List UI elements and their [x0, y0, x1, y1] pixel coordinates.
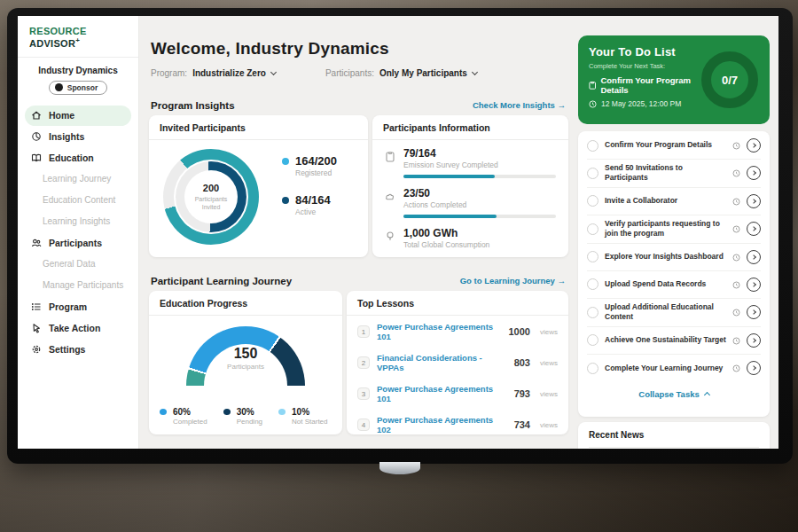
education-icon	[31, 153, 42, 163]
lesson-row: 3 Power Purchase Agreements 101 793views	[347, 378, 568, 409]
lesson-row: 2 Financial Considerations - VPPAs 803vi…	[347, 347, 568, 378]
task-checkbox[interactable]	[587, 168, 598, 179]
task-open-button[interactable]	[747, 166, 761, 180]
task-open-button[interactable]	[747, 361, 761, 375]
sidebar-item-participants[interactable]: Participants	[18, 232, 138, 254]
sidebar-item-manage-participants[interactable]: Manage Participants	[18, 275, 138, 296]
task-open-button[interactable]	[747, 222, 761, 236]
sidebar-item-settings[interactable]: Settings	[18, 339, 138, 360]
sidebar-item-label: Learning Insights	[43, 216, 110, 226]
task-checkbox[interactable]	[587, 278, 598, 290]
sidebar-item-home[interactable]: Home	[25, 106, 131, 126]
invited-participants-title: Invited Participants	[149, 115, 368, 140]
sidebar-item-education[interactable]: Education	[18, 147, 138, 168]
dashboard-screen: RESOURCE ADVISOR+ Industry Dynamics Spon…	[18, 16, 778, 449]
education-progress-card: Education Progress 150 Participants 60% …	[149, 291, 342, 434]
task-open-button[interactable]	[747, 250, 761, 264]
home-icon	[31, 110, 42, 121]
lesson-rank: 2	[357, 356, 370, 369]
sidebar-item-learning-journey[interactable]: Learning Journey	[18, 168, 138, 190]
donut-center-value: 200	[203, 183, 219, 193]
sidebar-item-label: General Data	[43, 259, 95, 269]
clock-icon	[732, 332, 740, 348]
participants-icon	[31, 238, 42, 248]
chevron-up-icon	[704, 392, 710, 398]
collapse-tasks-link[interactable]: Collapse Tasks	[587, 382, 761, 403]
task-open-button[interactable]	[747, 138, 761, 153]
legend-dot	[282, 197, 289, 204]
emission-survey-progressbar	[403, 175, 556, 178]
clock-icon	[732, 304, 740, 320]
sidebar-item-program[interactable]: Program	[18, 296, 138, 317]
lesson-rank: 3	[357, 387, 370, 400]
task-open-button[interactable]	[747, 333, 761, 348]
task-checkbox[interactable]	[587, 334, 598, 346]
actions-completed-progressbar	[403, 215, 556, 218]
chevron-down-icon	[472, 69, 478, 75]
task-open-button[interactable]	[747, 278, 761, 292]
logo-text-advisor: ADVISOR	[29, 38, 75, 49]
logo-text-resource: RESOURCE	[29, 26, 87, 36]
task-row-complete-journey: Complete Your Learning Journey	[587, 355, 761, 382]
invited-participants-card: Invited Participants 200 Participants In…	[149, 115, 368, 257]
sidebar-item-label: Manage Participants	[43, 280, 123, 290]
task-checkbox[interactable]	[587, 195, 598, 207]
participants-label: Participants:	[325, 68, 374, 78]
lesson-row: 4 Power Purchase Agreements 102 734views	[347, 409, 568, 434]
lesson-link[interactable]: Financial Considerations - VPPAs	[377, 353, 507, 372]
lesson-link[interactable]: Power Purchase Agreements 101	[377, 384, 507, 403]
task-checkbox[interactable]	[587, 363, 598, 374]
task-row-confirm-program: Confirm Your Program Details	[587, 132, 761, 160]
sponsor-badge[interactable]: Sponsor	[49, 81, 107, 95]
sidebar-item-general-data[interactable]: General Data	[18, 254, 138, 275]
clock-icon	[732, 137, 740, 153]
education-progress-title: Education Progress	[149, 291, 342, 316]
sidebar-menu: Home Insights Education Learning Journey…	[18, 106, 138, 360]
sidebar-item-education-content[interactable]: Education Content	[18, 190, 138, 211]
program-label: Program:	[151, 68, 187, 78]
sidebar-item-label: Home	[49, 110, 74, 121]
task-open-button[interactable]	[747, 305, 761, 319]
task-row-upload-educational-content: Upload Additional Educational Content	[587, 299, 761, 327]
program-insights-title: Program Insights	[151, 100, 235, 111]
task-row-verify-participants: Verify participants requesting to join t…	[587, 215, 761, 244]
clock-icon	[732, 165, 740, 181]
task-checkbox[interactable]	[587, 307, 598, 318]
actions-icon	[385, 187, 396, 209]
legend-dot	[278, 409, 286, 415]
filters-row: Program: Industrialize Zero Participants…	[151, 68, 477, 78]
task-checkbox[interactable]	[587, 223, 598, 235]
task-checkbox[interactable]	[587, 251, 598, 262]
sponsor-icon	[55, 83, 63, 91]
go-to-learning-journey-link[interactable]: Go to Learning Journey →	[460, 276, 566, 286]
sponsor-label: Sponsor	[67, 83, 98, 92]
participants-information-card: Participants Information 79/164 Emission…	[372, 115, 568, 257]
program-icon	[31, 301, 42, 312]
task-open-button[interactable]	[747, 194, 761, 208]
sidebar-item-take-action[interactable]: Take Action	[18, 317, 138, 339]
sidebar-item-insights[interactable]: Insights	[18, 126, 138, 147]
top-lessons-card: Top Lessons 1 Power Purchase Agreements …	[347, 291, 568, 434]
lesson-link[interactable]: Power Purchase Agreements 101	[377, 322, 502, 341]
org-name: Industry Dynamics	[18, 66, 138, 75]
bulb-icon	[385, 227, 396, 249]
stat-emission-survey: 79/164 Emission Survey Completed	[372, 140, 568, 169]
legend-dot	[160, 409, 167, 415]
invited-donut-outer: 200 Participants Invited	[163, 149, 259, 245]
sidebar-item-label: Settings	[49, 344, 85, 355]
program-dropdown[interactable]: Program: Industrialize Zero	[151, 68, 276, 78]
sidebar-item-learning-insights[interactable]: Learning Insights	[18, 211, 138, 232]
lesson-link[interactable]: Power Purchase Agreements 102	[377, 415, 507, 434]
task-checkbox[interactable]	[587, 140, 598, 152]
clipboard-icon	[385, 147, 396, 169]
check-more-insights-link[interactable]: Check More Insights →	[473, 100, 566, 110]
task-row-achieve-target: Achieve One Sustainability Target	[587, 327, 761, 355]
participants-dropdown[interactable]: Participants: Only My Participants	[325, 68, 477, 78]
todo-progress-ring: 0/7	[701, 51, 758, 108]
top-lessons-title: Top Lessons	[347, 291, 568, 316]
participants-value: Only My Participants	[379, 68, 467, 78]
stat-global-consumption: 1,000 GWh Total Global Consumption	[372, 220, 568, 249]
clock-icon	[589, 100, 597, 108]
legend-item-not-started: 10% Not Started	[278, 407, 327, 426]
clock-icon	[732, 193, 740, 209]
